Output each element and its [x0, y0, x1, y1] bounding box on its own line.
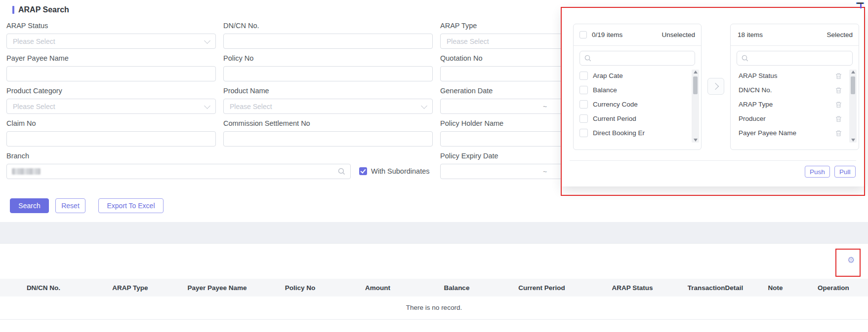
annotation-artifact [856, 1, 865, 10]
item-label: Balance [593, 86, 617, 94]
product-name-select[interactable]: Please Select [223, 99, 433, 114]
scroll-down-icon[interactable] [851, 139, 855, 142]
list-item[interactable]: Producer [731, 111, 848, 126]
column-header-arap-status[interactable]: ARAP Status [586, 284, 679, 292]
list-item[interactable]: Currency Code [574, 97, 690, 111]
unselected-scrollbar[interactable] [692, 70, 699, 143]
column-settings-panel: 0/19 items Unselected Arap Cate Balance … [562, 8, 864, 186]
arap-type-placeholder: Please Select [447, 37, 489, 45]
select-all-checkbox[interactable] [579, 31, 587, 38]
list-item[interactable]: ARAP Status [731, 69, 848, 83]
payer-payee-name-label: Payer Payee Name [6, 54, 69, 62]
column-header-amount[interactable]: Amount [339, 284, 416, 292]
search-icon [584, 55, 591, 62]
unselected-items-list: Arap Cate Balance Currency Code Current … [574, 69, 701, 140]
trash-icon[interactable] [835, 130, 842, 137]
with-subordinates-label: With Subordinates [371, 167, 429, 175]
commission-settlement-no-label: Commission Settlement No [223, 119, 310, 127]
item-checkbox[interactable] [579, 100, 588, 109]
selected-list-card: 18 items Selected ARAP Status DN/CN No. … [730, 24, 859, 150]
product-name-placeholder: Please Select [230, 103, 272, 111]
quotation-no-label: Quotation No [440, 54, 482, 62]
list-item[interactable]: ARAP Type [731, 97, 848, 111]
search-icon [338, 168, 345, 175]
item-label: DN/CN No. [739, 86, 772, 94]
policy-holder-name-label: Policy Holder Name [440, 119, 503, 127]
list-item[interactable]: Arap Cate [574, 69, 690, 83]
unselected-list-card: 0/19 items Unselected Arap Cate Balance … [573, 24, 702, 150]
reset-button[interactable]: Reset [55, 198, 85, 213]
item-checkbox[interactable] [579, 114, 588, 123]
selected-card-header: 18 items Selected [731, 24, 859, 46]
dncn-no-input[interactable] [223, 34, 433, 49]
claim-no-input[interactable] [6, 131, 216, 147]
item-checkbox[interactable] [579, 129, 588, 137]
selected-search-input[interactable] [737, 51, 853, 66]
column-header-arap-type[interactable]: ARAP Type [87, 284, 173, 292]
column-header-transaction-detail[interactable]: TransactionDetail [679, 284, 752, 292]
trash-icon[interactable] [835, 87, 842, 94]
arap-status-label: ARAP Status [6, 22, 48, 30]
unselected-search-input[interactable] [579, 51, 695, 66]
scroll-thumb[interactable] [693, 76, 698, 94]
item-checkbox[interactable] [579, 86, 588, 94]
arap-status-select[interactable]: Please Select [6, 34, 216, 49]
list-item[interactable]: DN/CN No. [731, 83, 848, 97]
item-label: ARAP Status [739, 72, 778, 79]
chevron-down-icon [204, 103, 210, 109]
with-subordinates-control[interactable]: With Subordinates [359, 167, 429, 175]
move-right-button[interactable] [707, 78, 724, 95]
pull-button[interactable]: Pull [834, 166, 856, 178]
section-divider-band [0, 222, 868, 243]
payer-payee-name-input[interactable] [6, 66, 216, 81]
search-button[interactable]: Search [10, 198, 49, 213]
policy-no-input[interactable] [223, 66, 433, 81]
list-item[interactable]: Balance [574, 83, 690, 97]
list-item[interactable]: Current Period [574, 111, 690, 126]
product-category-select[interactable]: Please Select [6, 99, 216, 114]
export-to-excel-button[interactable]: Export To Excel [98, 198, 164, 213]
column-header-policy-no[interactable]: Policy No [261, 284, 339, 292]
item-label: Direct Booking Er [593, 129, 645, 137]
trash-icon[interactable] [835, 115, 842, 122]
unselected-count: 0/19 items [592, 31, 622, 38]
column-header-note[interactable]: Note [752, 284, 799, 292]
item-label: Currency Code [593, 101, 638, 108]
page-title: ARAP Search [18, 5, 69, 14]
branch-input[interactable] [6, 164, 351, 179]
title-accent-bar [12, 6, 14, 14]
policy-no-label: Policy No [223, 54, 253, 62]
empty-table-message: There is no record. [0, 304, 868, 311]
table-header-row: DN/CN No. ARAP Type Payer Payee Name Pol… [0, 279, 868, 296]
trash-icon[interactable] [835, 101, 842, 108]
trash-icon[interactable] [835, 73, 842, 79]
scroll-up-icon[interactable] [851, 71, 855, 74]
list-item[interactable]: Payer Payee Name [731, 126, 848, 140]
date-range-separator: ~ [543, 103, 547, 111]
push-button[interactable]: Push [805, 166, 830, 178]
item-label: Arap Cate [593, 72, 623, 79]
item-label: ARAP Type [739, 101, 773, 108]
branch-redacted-value [12, 168, 41, 175]
column-header-current-period[interactable]: Current Period [497, 284, 586, 292]
column-header-operation[interactable]: Operation [799, 284, 868, 292]
column-header-payer-payee-name[interactable]: Payer Payee Name [173, 284, 261, 292]
generation-date-label: Generation Date [440, 87, 493, 95]
scroll-up-icon[interactable] [694, 71, 698, 74]
column-header-dncn-no[interactable]: DN/CN No. [0, 284, 87, 292]
chevron-right-icon [711, 83, 718, 90]
item-label: Producer [739, 115, 766, 122]
list-item[interactable]: Direct Booking Er [574, 126, 690, 140]
with-subordinates-checkbox[interactable] [359, 167, 367, 175]
item-label: Current Period [593, 115, 636, 122]
table-bottom-divider [0, 319, 868, 320]
commission-settlement-no-input[interactable] [223, 131, 433, 147]
panel-footer-divider [570, 160, 856, 161]
scroll-thumb[interactable] [851, 76, 855, 94]
chevron-down-icon [421, 103, 427, 109]
column-settings-gear-button[interactable]: ⚙ [844, 256, 858, 265]
item-checkbox[interactable] [579, 72, 588, 80]
selected-scrollbar[interactable] [849, 70, 857, 143]
column-header-balance[interactable]: Balance [416, 284, 497, 292]
scroll-down-icon[interactable] [694, 139, 698, 142]
